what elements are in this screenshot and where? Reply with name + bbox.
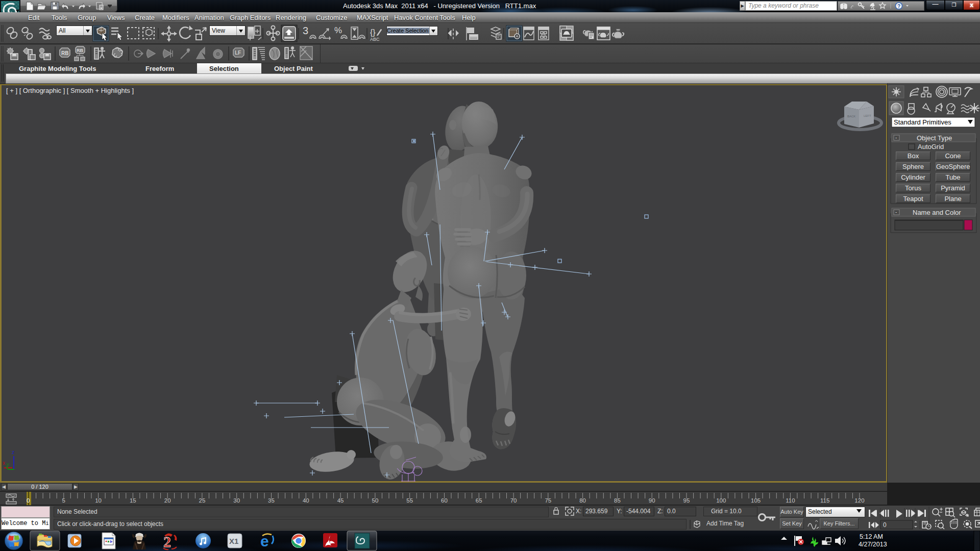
- svg-text:e: e: [260, 533, 269, 549]
- svg-text:0: 0: [883, 521, 887, 529]
- svg-text:5:12 AM: 5:12 AM: [860, 533, 883, 540]
- svg-text:4/27/2013: 4/27/2013: [859, 541, 887, 548]
- svg-text:BACK: BACK: [847, 115, 855, 118]
- svg-text:y: y: [7, 462, 9, 467]
- svg-text:-: -: [895, 209, 897, 215]
- svg-text:Name and Color: Name and Color: [913, 209, 961, 216]
- svg-text:z: z: [12, 449, 15, 455]
- svg-text:LEFT: LEFT: [864, 114, 871, 117]
- svg-text:X1: X1: [229, 537, 238, 545]
- svg-text:x: x: [3, 460, 5, 466]
